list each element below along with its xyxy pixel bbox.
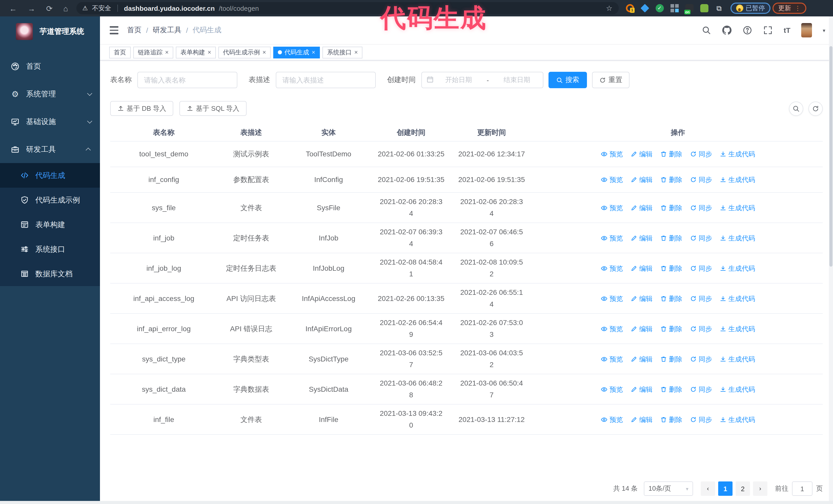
browser-update-button[interactable]: 更新 ⋮ bbox=[772, 3, 806, 14]
page-size-select[interactable]: 10条/页 ▾ bbox=[644, 481, 693, 496]
edit-link[interactable]: 编辑 bbox=[630, 353, 652, 365]
sync-link[interactable]: 同步 bbox=[690, 148, 712, 160]
forward-icon[interactable]: → bbox=[28, 4, 35, 12]
avatar-caret-down-icon[interactable]: ▾ bbox=[823, 27, 825, 33]
url-bar[interactable]: ⚠ 不安全 dashboard.yudao.iocoder.cn/tool/co… bbox=[76, 2, 618, 14]
sync-link[interactable]: 同步 bbox=[690, 232, 712, 244]
sync-link[interactable]: 同步 bbox=[690, 174, 712, 186]
preview-link[interactable]: 预览 bbox=[601, 202, 623, 214]
extension-bot-icon[interactable] bbox=[700, 4, 708, 12]
generate-code-link[interactable]: 生成代码 bbox=[720, 262, 755, 274]
sync-link[interactable]: 同步 bbox=[690, 262, 712, 274]
breadcrumb-home[interactable]: 首页 bbox=[127, 26, 142, 35]
date-range-picker[interactable]: 开始日期 - 结束日期 bbox=[421, 72, 543, 88]
tab-system-api[interactable]: 系统接口× bbox=[323, 46, 362, 58]
sidebar-item-devtools[interactable]: 研发工具 bbox=[0, 135, 100, 163]
tab-trace[interactable]: 链路追踪× bbox=[133, 46, 173, 58]
tab-form-builder[interactable]: 表单构建× bbox=[176, 46, 216, 58]
delete-link[interactable]: 删除 bbox=[660, 232, 682, 244]
sync-link[interactable]: 同步 bbox=[690, 353, 712, 365]
search-button[interactable]: 搜索 bbox=[548, 72, 587, 88]
edit-link[interactable]: 编辑 bbox=[630, 262, 652, 274]
delete-link[interactable]: 删除 bbox=[660, 202, 682, 214]
sidebar-item-codegen-example[interactable]: 代码生成示例 bbox=[0, 188, 100, 212]
not-secure-label[interactable]: 不安全 bbox=[92, 4, 111, 13]
next-page-button[interactable]: › bbox=[753, 481, 767, 496]
github-icon[interactable] bbox=[722, 25, 732, 35]
tab-codegen[interactable]: 代码生成× bbox=[273, 46, 320, 58]
delete-link[interactable]: 删除 bbox=[660, 413, 682, 425]
sync-link[interactable]: 同步 bbox=[690, 202, 712, 214]
tab-close-icon[interactable]: × bbox=[208, 49, 211, 55]
import-db-button[interactable]: 基于 DB 导入 bbox=[110, 101, 173, 116]
profile-paused-badge[interactable]: 已暂停 bbox=[730, 3, 770, 14]
edit-link[interactable]: 编辑 bbox=[630, 383, 652, 395]
extensions-puzzle-icon[interactable]: ⧉ bbox=[715, 4, 723, 12]
font-size-icon[interactable]: tT bbox=[784, 26, 790, 34]
hamburger-icon[interactable] bbox=[100, 26, 127, 34]
preview-link[interactable]: 预览 bbox=[601, 323, 623, 335]
extension-check-icon[interactable]: ✓ bbox=[656, 4, 664, 12]
preview-link[interactable]: 预览 bbox=[601, 353, 623, 365]
delete-link[interactable]: 删除 bbox=[660, 262, 682, 274]
edit-link[interactable]: 编辑 bbox=[630, 174, 652, 186]
sidebar-item-codegen[interactable]: 代码生成 bbox=[0, 163, 100, 188]
edit-link[interactable]: 编辑 bbox=[630, 148, 652, 160]
generate-code-link[interactable]: 生成代码 bbox=[720, 202, 755, 214]
preview-link[interactable]: 预览 bbox=[601, 262, 623, 274]
horizontal-scrollbar[interactable] bbox=[0, 501, 833, 504]
tab-home[interactable]: 首页 bbox=[109, 46, 131, 58]
breadcrumb-devtools[interactable]: 研发工具 bbox=[153, 26, 182, 35]
delete-link[interactable]: 删除 bbox=[660, 148, 682, 160]
sidebar-item-system[interactable]: ⚙ 系统管理 bbox=[0, 80, 100, 108]
preview-link[interactable]: 预览 bbox=[601, 413, 623, 425]
user-avatar[interactable] bbox=[801, 23, 812, 38]
prev-page-button[interactable]: ‹ bbox=[701, 481, 715, 496]
preview-link[interactable]: 预览 bbox=[601, 174, 623, 186]
tab-close-icon[interactable]: × bbox=[165, 49, 169, 55]
preview-link[interactable]: 预览 bbox=[601, 383, 623, 395]
generate-code-link[interactable]: 生成代码 bbox=[720, 413, 755, 425]
preview-link[interactable]: 预览 bbox=[601, 292, 623, 304]
page-button-1[interactable]: 1 bbox=[718, 481, 733, 496]
delete-link[interactable]: 删除 bbox=[660, 292, 682, 304]
reset-button[interactable]: 重置 bbox=[592, 72, 629, 88]
generate-code-link[interactable]: 生成代码 bbox=[720, 292, 755, 304]
fullscreen-icon[interactable] bbox=[763, 25, 773, 35]
sidebar-item-db-doc[interactable]: 数据库文档 bbox=[0, 262, 100, 286]
delete-link[interactable]: 删除 bbox=[660, 353, 682, 365]
sidebar-item-system-api[interactable]: 系统接口 bbox=[0, 237, 100, 262]
preview-link[interactable]: 预览 bbox=[601, 232, 623, 244]
sync-link[interactable]: 同步 bbox=[690, 323, 712, 335]
extension-orange-icon[interactable]: 1 bbox=[626, 4, 634, 12]
delete-link[interactable]: 删除 bbox=[660, 174, 682, 186]
toggle-search-icon[interactable] bbox=[789, 101, 803, 116]
scrollbar-thumb[interactable] bbox=[829, 46, 832, 267]
import-sql-button[interactable]: 基于 SQL 导入 bbox=[180, 101, 247, 116]
search-icon[interactable] bbox=[702, 25, 712, 35]
edit-link[interactable]: 编辑 bbox=[630, 292, 652, 304]
table-desc-input[interactable] bbox=[276, 72, 376, 88]
page-button-2[interactable]: 2 bbox=[736, 481, 750, 496]
delete-link[interactable]: 删除 bbox=[660, 383, 682, 395]
reload-icon[interactable]: ⟳ bbox=[46, 4, 52, 12]
home-icon[interactable]: ⌂ bbox=[63, 4, 68, 12]
sidebar-item-infra[interactable]: 基础设施 bbox=[0, 108, 100, 135]
sidebar-item-home[interactable]: 首页 bbox=[0, 52, 100, 80]
extension-diamond-icon[interactable] bbox=[640, 4, 649, 13]
edit-link[interactable]: 编辑 bbox=[630, 202, 652, 214]
sync-link[interactable]: 同步 bbox=[690, 413, 712, 425]
refresh-icon[interactable] bbox=[808, 101, 823, 116]
edit-link[interactable]: 编辑 bbox=[630, 413, 652, 425]
sync-link[interactable]: 同步 bbox=[690, 383, 712, 395]
generate-code-link[interactable]: 生成代码 bbox=[720, 353, 755, 365]
tab-close-icon[interactable]: × bbox=[312, 49, 315, 55]
help-icon[interactable] bbox=[743, 25, 753, 35]
edit-link[interactable]: 编辑 bbox=[630, 323, 652, 335]
bookmark-star-icon[interactable]: ☆ bbox=[606, 4, 612, 12]
edit-link[interactable]: 编辑 bbox=[630, 232, 652, 244]
delete-link[interactable]: 删除 bbox=[660, 323, 682, 335]
generate-code-link[interactable]: 生成代码 bbox=[720, 323, 755, 335]
extension-grid-icon[interactable] bbox=[670, 4, 679, 12]
generate-code-link[interactable]: 生成代码 bbox=[720, 148, 755, 160]
